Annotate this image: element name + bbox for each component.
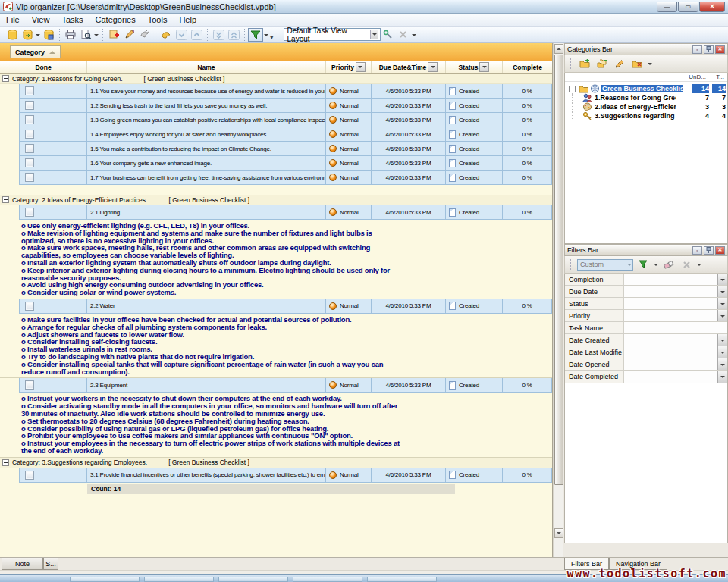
edit-category-icon[interactable] [612,57,627,70]
filter-dropdown-icon[interactable] [717,346,727,358]
task-row[interactable]: 2.2 WaterNormal4/6/2010 5:33 PMCreated0 … [19,299,552,314]
task-row[interactable]: 1.3 Going green means you can establish … [19,113,552,127]
print-preview-icon[interactable] [78,28,93,42]
remove-filter-icon[interactable] [679,258,694,271]
panel-pin-icon[interactable] [704,246,714,255]
filter-value-input[interactable] [624,322,727,333]
filter-preset-combo[interactable]: Custom [577,259,633,271]
view-mode-icon[interactable] [248,28,263,42]
categories-more-dropdown-icon[interactable] [648,63,652,67]
done-checkbox[interactable] [25,86,34,95]
filter-value[interactable] [624,358,717,370]
menu-categories[interactable]: Categories [89,14,142,26]
open-database-icon[interactable] [20,28,35,42]
task-row[interactable]: 1.4 Employees enjoy working for you at s… [19,127,552,142]
filter-dropdown-icon[interactable] [717,371,727,383]
filter-row[interactable]: Task Name [565,322,727,334]
toggle-completed-icon[interactable] [158,28,174,42]
apply-filter-dropdown-icon[interactable] [654,264,658,268]
filter-row[interactable]: Priority [565,310,727,322]
view-mode-dropdown-icon[interactable] [264,34,268,39]
tree-item-root[interactable]: Green Business Checklist 14 14 [565,84,727,93]
column-priority[interactable]: Priority [326,61,372,73]
new-database-icon[interactable] [5,28,20,42]
move-to-top-icon[interactable] [226,28,241,42]
column-status[interactable]: Status [446,61,503,73]
print-dropdown-icon[interactable] [94,34,99,39]
taskbar-button[interactable] [144,577,214,582]
collapse-icon[interactable] [2,459,9,466]
column-complete[interactable]: Complete [503,61,552,73]
total-column[interactable]: T... [716,74,724,80]
filter-row[interactable]: Due Date [565,286,727,298]
grid-scrollbar[interactable] [553,43,563,557]
filter-value[interactable] [624,298,717,309]
task-row[interactable]: 1.5 You make a contribution to reducing … [19,142,552,156]
task-row[interactable]: 2.3 EquipmentNormal4/6/2010 5:33 PMCreat… [19,378,552,393]
task-row[interactable]: 1.6 Your company gets a new enhanced ima… [19,156,552,171]
layout-more-dropdown-icon[interactable] [412,34,416,39]
filter-row[interactable]: Status [565,298,727,310]
panel-close-icon[interactable]: ✕ [715,246,725,255]
edit-task-icon[interactable] [121,28,136,42]
done-checkbox[interactable] [25,302,34,311]
filter-dropdown-icon[interactable] [717,286,727,297]
taskbar-button[interactable] [367,577,437,582]
filter-dropdown-icon[interactable] [717,310,727,321]
scroll-up-icon[interactable] [554,44,563,54]
filter-dropdown-icon[interactable] [717,298,727,309]
filter-dropdown-icon[interactable] [717,334,727,346]
done-checkbox[interactable] [25,208,34,217]
taskbar-button[interactable] [218,577,288,582]
done-checkbox[interactable] [25,380,34,390]
close-button[interactable]: ✕ [699,2,725,12]
task-row[interactable]: 2.1 LightingNormal4/6/2010 5:33 PMCreate… [19,205,552,220]
filter-row[interactable]: Completion [565,274,727,286]
move-to-bottom-icon[interactable] [211,28,226,42]
filter-value[interactable] [624,286,717,297]
apply-filter-icon[interactable] [635,258,651,271]
filter-row[interactable]: Date Completed [565,371,727,383]
print-icon[interactable] [63,28,78,42]
group-by-chip[interactable]: Category [10,45,61,58]
menu-view[interactable]: View [26,14,56,26]
maximize-button[interactable]: ▭ [678,2,698,12]
done-checkbox[interactable] [25,158,34,167]
done-checkbox[interactable] [25,115,34,124]
delete-category-icon[interactable] [629,57,645,70]
layout-combo[interactable]: Default Task View Layout [284,28,381,41]
clear-filter-icon[interactable] [661,258,676,271]
collapse-icon[interactable] [2,196,9,203]
move-down-icon[interactable] [174,28,189,42]
collapse-icon[interactable] [2,75,9,82]
tab-subtasks[interactable]: S... [43,558,58,570]
add-task-icon[interactable] [106,28,121,42]
due-filter-icon[interactable] [428,62,438,72]
column-name[interactable]: Name [87,61,326,73]
done-checkbox[interactable] [25,130,34,139]
column-done[interactable]: Done [0,61,87,73]
menu-tools[interactable]: Tools [142,14,174,26]
tab-note[interactable]: Note [2,558,43,570]
filter-value[interactable] [624,346,717,358]
task-row[interactable]: 1.1 You save your money and resources be… [19,84,552,99]
task-row[interactable]: 1.7 Your business can benefit from getti… [19,171,552,185]
filter-row[interactable]: Date Opened [565,358,727,371]
panel-pin-icon[interactable] [704,45,714,54]
menu-help[interactable]: Help [173,14,202,26]
tree-item-category[interactable]: 1.Reasons for Going Green. 7 7 [565,93,727,102]
filter-value[interactable] [624,310,717,321]
filter-value[interactable] [624,371,717,383]
task-row[interactable]: 3.1 Provide financial incentives or othe… [19,468,552,483]
add-subcategory-icon[interactable] [595,57,610,70]
tree-collapse-icon[interactable] [569,86,576,92]
minimize-button[interactable]: — [657,2,677,12]
column-due[interactable]: Due Date&Time [372,61,446,73]
filter-dropdown-icon[interactable] [717,358,727,370]
scroll-down-icon[interactable] [554,528,563,538]
tree-item-category[interactable]: 3.Suggestions regarding Em 4 4 [565,111,727,120]
menu-file[interactable]: File [0,14,26,26]
layout-combo-dropdown-icon[interactable] [370,30,378,39]
done-checkbox[interactable] [25,101,34,110]
customize-layout-icon[interactable] [381,28,396,42]
